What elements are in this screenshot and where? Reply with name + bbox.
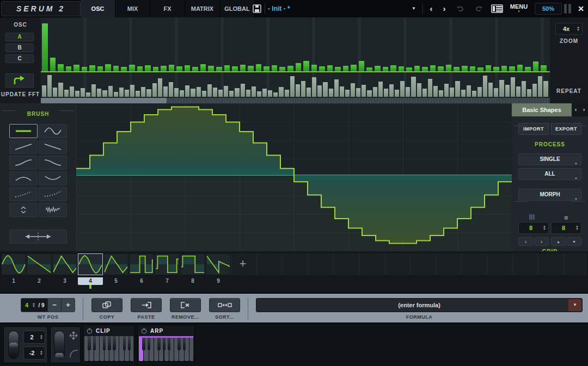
close-icon[interactable]: ✕: [574, 0, 588, 17]
fft-spectrum-panel[interactable]: [41, 17, 550, 103]
spectrum-scrollbar[interactable]: [41, 98, 550, 103]
wt-add-frame-button[interactable]: +: [61, 299, 75, 312]
frame-number[interactable]: 9: [206, 277, 231, 285]
osc-b-button[interactable]: B: [5, 44, 34, 52]
window-grip[interactable]: [564, 4, 567, 14]
black-key[interactable]: [123, 336, 126, 350]
preset-dropdown-icon[interactable]: ▼: [407, 0, 420, 17]
frame-number[interactable]: 3: [52, 277, 77, 285]
black-key[interactable]: [148, 336, 151, 350]
black-key[interactable]: [128, 336, 131, 350]
brush-width-control[interactable]: [9, 229, 67, 244]
brush-scurve-up[interactable]: [9, 156, 38, 170]
wavetable-editor[interactable]: [76, 103, 512, 251]
preset-prev-button[interactable]: ‹: [425, 0, 438, 17]
frame-number[interactable]: 6: [129, 277, 154, 285]
keyboard-panel-icon[interactable]: [491, 4, 503, 13]
wavetable-frame-8[interactable]: 8: [180, 253, 205, 285]
brush-ramp-down[interactable]: [39, 140, 67, 154]
frame-number[interactable]: 5: [103, 277, 128, 285]
power-icon[interactable]: [141, 328, 147, 334]
black-key[interactable]: [93, 336, 96, 350]
formula-dropdown-icon[interactable]: ▼: [568, 299, 581, 311]
black-key[interactable]: [168, 336, 171, 350]
copy-button[interactable]: [91, 298, 122, 312]
wavetable-frame-7[interactable]: 7: [155, 253, 180, 285]
brush-noise[interactable]: [39, 203, 67, 217]
update-fft-button[interactable]: [5, 73, 34, 88]
clip-mini-keyboard[interactable]: [84, 336, 133, 363]
wavetable-frame-9[interactable]: 9: [206, 253, 231, 285]
tab-fx[interactable]: FX: [150, 0, 185, 17]
mod-wheel-thumb[interactable]: [55, 353, 64, 358]
wavetable-frame-6[interactable]: 6: [129, 253, 154, 285]
brush-dotted-ramp[interactable]: [39, 187, 67, 201]
black-key[interactable]: [163, 336, 166, 350]
osc-c-button[interactable]: C: [5, 54, 34, 63]
wavetable-frame-1[interactable]: 1: [1, 253, 26, 285]
formula-input[interactable]: (enter formula) ▼: [256, 298, 583, 312]
shift-right-button[interactable]: ›: [534, 237, 549, 246]
waveform-canvas[interactable]: [76, 103, 512, 251]
frame-number[interactable]: 4: [78, 277, 103, 285]
shift-left-button[interactable]: ‹: [518, 237, 533, 246]
wavetable-frame-4[interactable]: 4: [78, 253, 103, 285]
frame-number[interactable]: 2: [27, 277, 52, 285]
frame-number[interactable]: 1: [1, 277, 26, 285]
brush-arch-down[interactable]: [39, 171, 67, 185]
remove-button[interactable]: [170, 298, 201, 312]
brush-ramp-up[interactable]: [9, 140, 38, 154]
brush-sine[interactable]: [39, 124, 67, 138]
spectrum-scroll-thumb[interactable]: [41, 98, 167, 103]
brush-expand[interactable]: [9, 203, 38, 217]
mod-wheel[interactable]: [54, 331, 65, 359]
black-key[interactable]: [113, 336, 116, 350]
bend-down-stepper[interactable]: -2 ▲▼: [23, 346, 45, 359]
wt-remove-frame-button[interactable]: −: [47, 299, 61, 312]
shift-up-button[interactable]: ▲: [551, 237, 566, 246]
arp-mini-keyboard[interactable]: [139, 336, 193, 363]
wavetable-frame-3[interactable]: 3: [52, 253, 77, 285]
black-key[interactable]: [103, 336, 106, 350]
tab-matrix[interactable]: MATRIX: [185, 0, 220, 17]
tab-mix[interactable]: MIX: [115, 0, 150, 17]
redo-icon[interactable]: [475, 5, 483, 13]
pitch-wheel[interactable]: [8, 331, 19, 359]
frame-number[interactable]: 8: [180, 277, 205, 285]
wavetable-frame-2[interactable]: 2: [27, 253, 52, 285]
preset-name[interactable]: - Init - *: [268, 0, 290, 17]
menu-button[interactable]: MENU ▼: [505, 0, 532, 17]
curve-arc-icon[interactable]: [69, 349, 79, 358]
white-key[interactable]: [189, 336, 193, 361]
grid-x-stepper[interactable]: 8 ▲▼: [518, 222, 549, 234]
black-key[interactable]: [88, 336, 91, 350]
power-icon[interactable]: [87, 328, 93, 334]
brush-arch-up[interactable]: [9, 171, 38, 185]
frame-number[interactable]: 7: [155, 277, 180, 285]
save-icon[interactable]: [253, 4, 261, 13]
brush-scurve-down[interactable]: [39, 156, 67, 170]
black-key[interactable]: [157, 336, 161, 350]
ui-zoom-value[interactable]: 50%: [535, 3, 562, 15]
window-grip[interactable]: [568, 4, 571, 14]
add-frame-button[interactable]: +: [233, 253, 253, 275]
grid-y-stepper[interactable]: 8 ▲▼: [551, 222, 581, 234]
move-cross-icon[interactable]: [69, 331, 78, 340]
tab-osc[interactable]: OSC: [81, 0, 115, 17]
undo-icon[interactable]: [456, 5, 464, 13]
black-key[interactable]: [108, 336, 111, 350]
paste-button[interactable]: [131, 298, 162, 312]
black-key[interactable]: [183, 336, 186, 350]
shift-down-button[interactable]: ▼: [567, 237, 581, 246]
preset-next-button[interactable]: ›: [438, 0, 451, 17]
fft-zoom-stepper[interactable]: 4x ▲▼: [555, 23, 583, 35]
pitch-wheel-thumb[interactable]: [9, 343, 18, 348]
black-key[interactable]: [177, 336, 181, 350]
brush-flat-line[interactable]: [9, 124, 38, 138]
bend-up-stepper[interactable]: 2 ▲▼: [23, 331, 45, 344]
osc-a-button[interactable]: A: [5, 33, 34, 41]
wavetable-frame-5[interactable]: 5: [103, 253, 128, 285]
wt-pos-stepper[interactable]: 4 ▲▼ / 9 − +: [21, 298, 75, 312]
stepper-carets-icon[interactable]: ▲▼: [577, 26, 580, 32]
brush-dotted-curve[interactable]: [9, 187, 38, 201]
